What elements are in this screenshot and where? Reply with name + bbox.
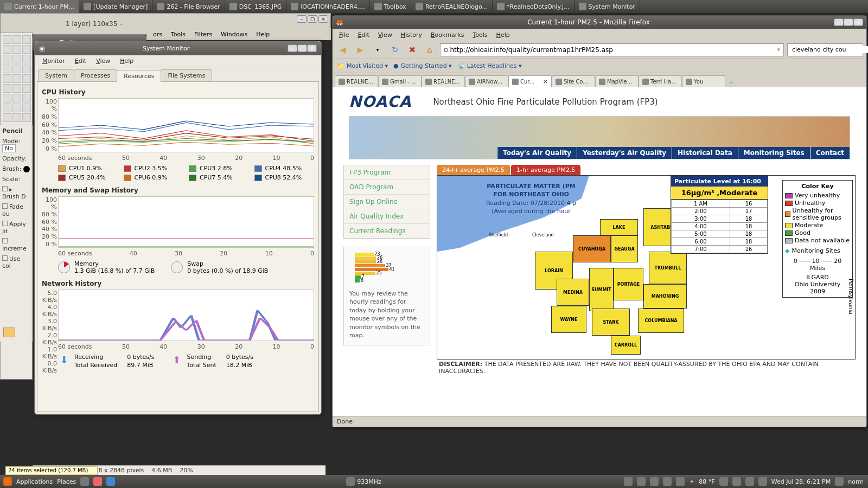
tab-1hr[interactable]: 1-hr average PM2.5 [511,165,580,175]
tray-icon[interactable] [663,477,672,486]
nav-item[interactable]: Today's Air Quality [497,147,577,159]
browser-tab[interactable]: REALNE... [422,75,465,87]
tool-button[interactable] [3,113,11,122]
tool-button[interactable] [12,84,21,93]
tool-button[interactable] [3,94,11,102]
browser-tab[interactable]: Gmail - ... [378,75,422,87]
county-summit[interactable]: SUMMIT [589,268,614,311]
reset-icon[interactable] [3,328,15,337]
minimize-button[interactable]: – [297,15,307,23]
menu-item[interactable]: Edit [71,56,91,66]
sysmon-titlebar[interactable]: ▣ System Monitor – ▢ × [35,41,321,55]
bookmark-item[interactable]: 📁Most Visited ▾ [337,62,388,69]
help-icon[interactable] [106,477,115,486]
stop-button[interactable]: ✖ [405,43,419,57]
brush-preview[interactable] [23,166,30,172]
tool-button[interactable] [12,55,21,63]
menu-item[interactable]: ors [150,30,165,39]
taskbar-item[interactable]: 262 - File Browser [152,0,225,13]
volume-icon[interactable] [732,477,741,486]
tool-button[interactable] [12,35,21,44]
browser-tab[interactable]: REALNE... [335,75,378,87]
tool-button[interactable] [3,104,11,112]
taskbar-item[interactable]: Current 1-hour PM... [0,0,79,13]
county-trumbull[interactable]: TRUMBULL [649,252,687,284]
bookmark-item[interactable]: 📡Latest Headlines ▾ [457,62,522,69]
tab-24hr[interactable]: 24-hr average PM2.5 [437,165,510,175]
option-row[interactable]: Use col [2,255,30,269]
menu-item[interactable]: Tools [168,30,189,39]
tab-resources[interactable]: Resources [117,70,161,82]
browser-tab[interactable]: Terri Ha... [639,75,682,87]
option-row[interactable]: Fade ou [2,203,30,217]
tool-button[interactable] [3,84,11,93]
search-bar[interactable] [787,43,863,56]
browser-tab[interactable]: MapVie... [595,75,639,87]
places-menu[interactable]: Places [57,478,76,485]
tool-button[interactable] [3,35,11,44]
menu-item[interactable]: Help [493,30,513,40]
tray-icon[interactable] [637,477,646,486]
tool-button[interactable] [3,74,11,83]
nav-item[interactable]: Monitoring Sites [738,147,810,159]
browser-tab[interactable]: Cur... × [508,75,552,87]
county-lake[interactable]: LAKE [600,219,638,235]
tool-button[interactable] [12,104,21,112]
county-mahoning[interactable]: MAHONING [643,284,687,309]
close-button[interactable]: × [853,18,863,26]
close-button[interactable]: × [318,15,328,23]
tray-icon[interactable] [624,477,633,486]
menu-item[interactable]: History [398,30,425,40]
firefox-launcher-icon[interactable] [93,477,102,486]
bookmark-item[interactable]: ●Getting Started ▾ [393,62,452,69]
forward-button[interactable]: ▶ [353,43,367,57]
menu-item[interactable]: Help [116,56,138,66]
mail-icon[interactable] [758,477,767,486]
ubuntu-icon[interactable] [3,477,12,486]
menu-item[interactable]: Monitor [38,56,69,66]
taskbar-item[interactable]: Toolbox [370,0,411,13]
taskbar-item[interactable]: *RealneoDotsOnly.j... [493,0,575,13]
sidebar-item[interactable]: Current Readings [344,224,430,239]
mode-select[interactable]: No [2,144,16,152]
tool-button[interactable] [22,94,31,102]
menu-item[interactable]: Edit [354,30,372,40]
tab-file-systems[interactable]: File Systems [161,69,212,81]
sidebar-item[interactable]: Air Quality Index [344,209,430,224]
feed-icon[interactable]: ▾ [777,46,780,53]
sidebar-item[interactable]: FP3 Program [344,165,430,180]
county-portage[interactable]: PORTAGE [614,268,643,300]
tool-button[interactable] [22,55,31,63]
user-name[interactable]: norm [848,478,864,485]
back-button[interactable]: ◀ [336,43,350,57]
battery-icon[interactable] [745,477,754,486]
tool-button[interactable] [22,74,31,83]
minimize-button[interactable]: – [834,18,844,26]
nav-item[interactable]: Contact [810,147,850,159]
county-medina[interactable]: MEDINA [557,279,589,306]
search-input[interactable] [792,46,868,53]
network-icon[interactable] [719,477,728,486]
county-wayne[interactable]: WAYNE [551,306,586,333]
url-bar[interactable]: ▫ ▾ [440,43,784,56]
taskbar-item[interactable]: [Update Manager] [79,0,152,13]
nav-item[interactable]: Historical Data [672,147,738,159]
tool-button[interactable] [22,104,31,112]
county-columbiana[interactable]: COLUMBIANA [638,309,684,333]
home-button[interactable]: ⌂ [423,43,437,57]
taskbar-item[interactable]: DSC_1365.JPG [225,0,287,13]
nav-dropdown[interactable]: ▾ [371,43,385,57]
browser-tab[interactable]: AIRNow... [465,75,508,87]
taskbar-item[interactable]: lOCATIONhEADER4.... [286,0,369,13]
maximize-button[interactable]: ▢ [297,44,307,52]
firefox-titlebar[interactable]: 🦊 Current 1-hour PM2.5 - Mozilla Firefox… [333,16,866,29]
shutdown-icon[interactable] [835,477,844,486]
county-stark[interactable]: STARK [592,309,630,336]
option-row[interactable]: ▸ Brush D [2,186,30,200]
tool-button[interactable] [22,113,31,122]
option-row[interactable]: Apply Jit [2,221,30,235]
menu-item[interactable]: File [336,30,352,40]
minimize-button[interactable]: – [288,44,297,52]
county-geauga[interactable]: GEAUGA [611,235,638,262]
menu-item[interactable]: Tools [469,30,490,40]
